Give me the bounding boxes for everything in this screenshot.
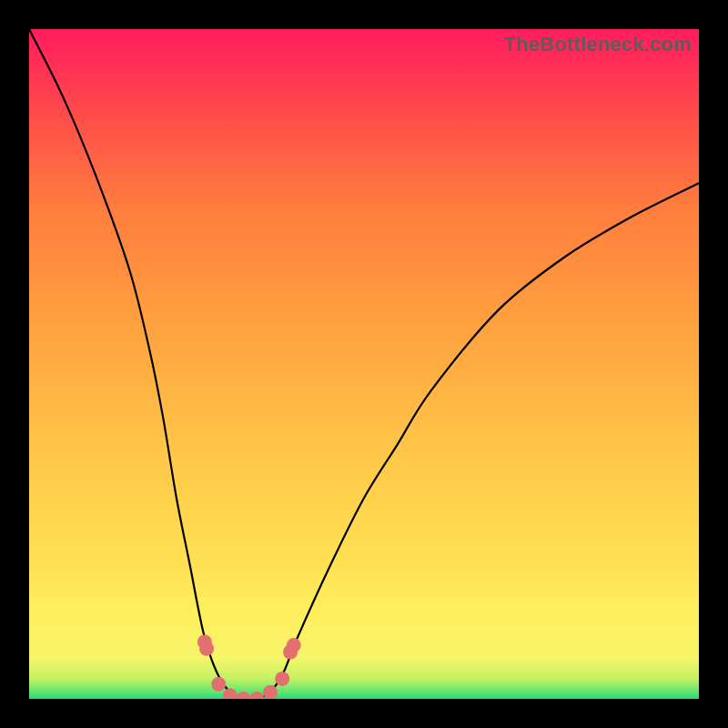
curve-marker: [275, 672, 289, 686]
curve-marker: [237, 692, 251, 699]
curve-marker: [211, 677, 226, 692]
curve-path: [29, 29, 699, 699]
curve-marker: [223, 688, 238, 699]
chart-frame: TheBottleneck.com: [29, 29, 699, 699]
bottleneck-curve: [29, 29, 699, 699]
curve-marker: [287, 638, 301, 652]
curve-marker: [249, 692, 264, 699]
curve-marker: [199, 642, 214, 656]
curve-marker: [263, 685, 278, 699]
